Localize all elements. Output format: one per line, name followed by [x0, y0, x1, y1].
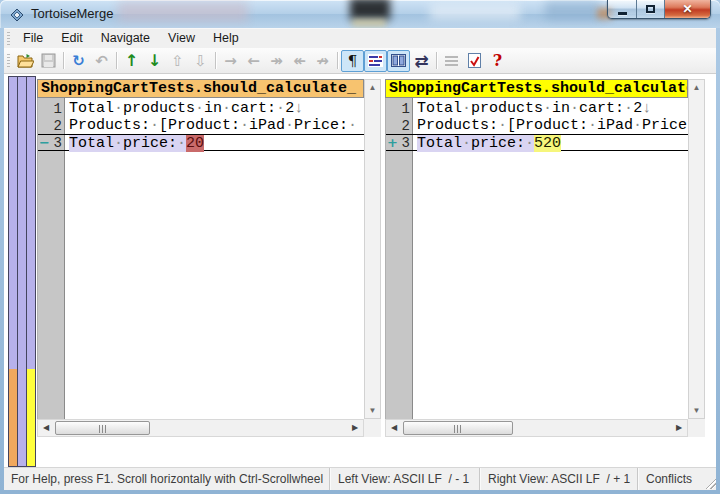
arrow-up-hollow-icon: ⇧: [171, 52, 184, 70]
scroll-right-icon[interactable]: ▶: [347, 420, 363, 436]
undo-icon: ↶: [95, 52, 108, 70]
line-number: 2: [54, 118, 62, 134]
app-icon: [9, 6, 25, 22]
line-gutter: 2: [386, 117, 413, 134]
toolbar-separator: [436, 52, 437, 69]
use-left-block-button: ←: [242, 50, 265, 72]
arrow-right-double-icon: ↠: [270, 52, 283, 70]
scroll-left-icon[interactable]: ◀: [386, 420, 402, 436]
switch-views-button[interactable]: ⇄: [410, 50, 433, 72]
line-number: 3: [54, 135, 62, 151]
arrow-blocked-icon: ↛: [316, 52, 329, 70]
menu-item-view[interactable]: View: [159, 29, 204, 48]
line-content: Total·products·in·cart:·2↓: [413, 100, 651, 117]
status-conflicts: Conflicts: [637, 468, 703, 490]
line-content: Products:·[Product:·iPad·Price:·: [65, 117, 357, 134]
undo-button: ↶: [90, 50, 113, 72]
titlebar-glass: [118, 2, 248, 22]
reload-icon: ↻: [72, 52, 85, 70]
line-content: Total·price:·20: [65, 135, 204, 150]
menubar-grip-icon[interactable]: [7, 32, 10, 46]
maximize-button[interactable]: [637, 0, 665, 18]
arrow-left-gray-icon: ←: [247, 52, 260, 70]
menu-bar: FileEditNavigateViewHelp: [4, 28, 716, 48]
titlebar-glass: [352, 19, 386, 27]
left-pane-title: ShoppingCartTests.should_calculate_: [37, 79, 364, 98]
left-pane-text-view[interactable]: 1Total·products·in·cart:·2↓2Products:·[P…: [37, 98, 364, 419]
help-button[interactable]: ?: [486, 50, 509, 72]
status-right-view: Right View: ASCII LF / + 1: [479, 468, 637, 490]
minimize-button[interactable]: [608, 0, 637, 18]
menu-item-help[interactable]: Help: [204, 29, 248, 48]
code-line: 1Total·products·in·cart:·2↓: [386, 100, 688, 117]
toolbar-separator: [116, 52, 117, 69]
show-whitespace-button[interactable]: ¶: [341, 50, 364, 72]
scrollbar-corner: [688, 419, 705, 437]
use-left-file-button: ↞: [288, 50, 311, 72]
settings-check-button[interactable]: [463, 50, 486, 72]
code-line: 1Total·products·in·cart:·2↓: [38, 100, 364, 117]
code-line: 2Products:·[Product:·iPad·Price:·: [38, 117, 364, 134]
close-button[interactable]: ✕: [665, 0, 710, 18]
line-content: Total·price:·520: [413, 135, 561, 150]
use-right-block-button: →: [219, 50, 242, 72]
locator-middle-column[interactable]: [18, 77, 26, 466]
line-gutter: 1: [386, 100, 413, 117]
save-icon: [41, 53, 56, 68]
next-conflict-button: ⇩: [189, 50, 212, 72]
scroll-right-icon[interactable]: ▶: [671, 420, 687, 436]
menu-item-file[interactable]: File: [14, 29, 52, 48]
toolbar-grip-icon[interactable]: [7, 54, 10, 68]
line-number: 3: [402, 135, 410, 151]
toolbar-separator: [63, 52, 64, 69]
scroll-up-icon[interactable]: ▲: [689, 80, 704, 95]
menu-item-edit[interactable]: Edit: [52, 29, 92, 48]
right-pane-text-view[interactable]: 1Total·products·in·cart:·2↓2Products:·[P…: [385, 98, 688, 419]
line-gutter: 2: [38, 117, 65, 134]
left-horizontal-scrollbar[interactable]: ◀ ▶: [37, 419, 364, 437]
minus-marker-icon: −: [39, 135, 50, 150]
doc-check-icon: [468, 53, 481, 68]
inline-word-diff-button[interactable]: [364, 50, 387, 72]
toolbar-separator: [337, 52, 338, 69]
two-pane-view-button[interactable]: [387, 50, 410, 72]
line-number: 1: [402, 101, 410, 117]
locator-right-column[interactable]: [27, 77, 35, 466]
caption-buttons: ✕: [607, 0, 711, 19]
mark-resolved-button: ↛: [311, 50, 334, 72]
line-gutter: −3: [38, 135, 65, 150]
right-pane-title: ShoppingCartTests.should_calculate_: [385, 79, 688, 98]
locator-left-column[interactable]: [9, 77, 17, 466]
list-icon: [445, 55, 458, 67]
scroll-down-icon[interactable]: ▼: [689, 403, 704, 418]
scrollbar-thumb[interactable]: [55, 421, 150, 435]
prev-difference-button[interactable]: ↑: [120, 50, 143, 72]
resize-grip-icon[interactable]: [703, 476, 716, 489]
locator-bar[interactable]: [8, 76, 36, 467]
left-vertical-scrollbar[interactable]: ▲ ▼: [364, 79, 381, 419]
open-button[interactable]: [14, 50, 37, 72]
menu-item-navigate[interactable]: Navigate: [92, 29, 159, 48]
save-button: [37, 50, 60, 72]
close-icon: ✕: [682, 0, 692, 19]
status-bar: For Help, press F1. Scroll horizontally …: [4, 467, 716, 490]
status-message: For Help, press F1. Scroll horizontally …: [4, 472, 329, 486]
scroll-up-icon[interactable]: ▲: [365, 80, 380, 95]
titlebar-glass: [350, 0, 390, 20]
scrollbar-thumb[interactable]: [403, 421, 513, 435]
scroll-down-icon[interactable]: ▼: [365, 403, 380, 418]
scroll-left-icon[interactable]: ◀: [38, 420, 54, 436]
line-content: Products:·[Product:·iPad·Price:·: [413, 117, 688, 134]
next-difference-button[interactable]: ↓: [143, 50, 166, 72]
right-vertical-scrollbar[interactable]: ▲ ▼: [688, 79, 705, 419]
line-number: 2: [402, 118, 410, 134]
arrow-up-green-icon: ↑: [125, 51, 138, 70]
help-icon: ?: [493, 51, 502, 70]
reload-button[interactable]: ↻: [67, 50, 90, 72]
right-horizontal-scrollbar[interactable]: ◀ ▶: [385, 419, 688, 437]
status-left-view: Left View: ASCII LF / - 1: [329, 468, 479, 490]
line-number: 1: [54, 101, 62, 117]
window-title: TortoiseMerge: [31, 0, 113, 27]
maximize-icon: [646, 5, 655, 13]
titlebar-glass: [430, 3, 520, 20]
